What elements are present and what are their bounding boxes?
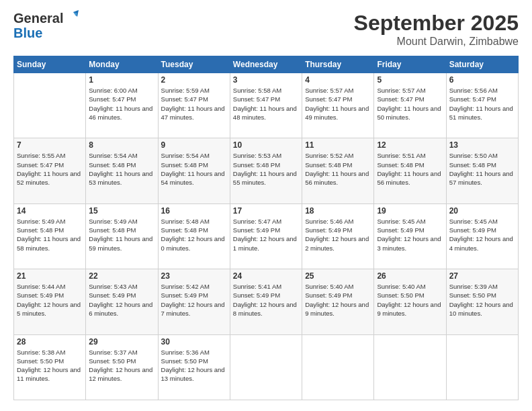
sunset-text: Sunset: 5:47 PM	[17, 161, 64, 169]
day-info: Sunrise: 5:53 AM Sunset: 5:48 PM Dayligh…	[233, 151, 299, 187]
day-info: Sunrise: 5:43 AM Sunset: 5:49 PM Dayligh…	[89, 282, 154, 318]
sunrise-text: Sunrise: 5:50 AM	[449, 152, 498, 159]
table-cell: 11 Sunrise: 5:52 AM Sunset: 5:48 PM Dayl…	[302, 138, 374, 203]
sunrise-text: Sunrise: 5:59 AM	[161, 87, 210, 94]
sunset-text: Sunset: 5:49 PM	[233, 226, 280, 234]
day-info: Sunrise: 5:52 AM Sunset: 5:48 PM Dayligh…	[305, 151, 371, 187]
day-number: 16	[161, 206, 227, 216]
header-monday: Monday	[86, 56, 158, 73]
table-cell: 2 Sunrise: 5:59 AM Sunset: 5:47 PM Dayli…	[158, 73, 230, 138]
day-info: Sunrise: 5:36 AM Sunset: 5:50 PM Dayligh…	[161, 348, 227, 383]
sunset-text: Sunset: 5:49 PM	[377, 226, 424, 234]
logo-general: General	[13, 11, 63, 26]
week-row-1: 7 Sunrise: 5:55 AM Sunset: 5:47 PM Dayli…	[14, 138, 519, 203]
sunrise-text: Sunrise: 5:45 AM	[449, 218, 498, 225]
sunset-text: Sunset: 5:48 PM	[89, 226, 136, 234]
table-cell: 23 Sunrise: 5:42 AM Sunset: 5:49 PM Dayl…	[158, 269, 230, 334]
daylight-text: Daylight: 11 hours and 49 minutes.	[305, 105, 369, 121]
day-number: 30	[161, 337, 227, 347]
daylight-text: Daylight: 11 hours and 52 minutes.	[17, 170, 81, 186]
day-info: Sunrise: 5:41 AM Sunset: 5:49 PM Dayligh…	[233, 282, 299, 318]
day-number: 19	[377, 206, 443, 216]
table-cell: 10 Sunrise: 5:53 AM Sunset: 5:48 PM Dayl…	[230, 138, 302, 203]
day-number: 1	[89, 75, 154, 85]
sunrise-text: Sunrise: 5:42 AM	[161, 283, 210, 290]
day-number: 20	[449, 206, 515, 216]
daylight-text: Daylight: 12 hours and 6 minutes.	[89, 301, 152, 317]
day-number: 24	[233, 271, 299, 281]
daylight-text: Daylight: 12 hours and 12 minutes.	[89, 366, 152, 382]
sunset-text: Sunset: 5:48 PM	[17, 226, 64, 234]
day-info: Sunrise: 5:49 AM Sunset: 5:48 PM Dayligh…	[89, 217, 154, 253]
day-info: Sunrise: 5:42 AM Sunset: 5:49 PM Dayligh…	[161, 282, 227, 318]
title-block: September 2025 Mount Darwin, Zimbabwe	[354, 11, 519, 48]
sunset-text: Sunset: 5:48 PM	[161, 161, 208, 169]
daylight-text: Daylight: 12 hours and 13 minutes.	[161, 366, 225, 382]
sunrise-text: Sunrise: 5:48 AM	[161, 218, 210, 225]
week-row-0: 1 Sunrise: 6:00 AM Sunset: 5:47 PM Dayli…	[14, 73, 519, 138]
table-cell: 24 Sunrise: 5:41 AM Sunset: 5:49 PM Dayl…	[230, 269, 302, 334]
daylight-text: Daylight: 11 hours and 54 minutes.	[161, 170, 225, 186]
sunset-text: Sunset: 5:47 PM	[449, 95, 496, 103]
logo: General Blue	[13, 11, 79, 40]
sunrise-text: Sunrise: 5:56 AM	[449, 87, 498, 94]
sunrise-text: Sunrise: 5:47 AM	[233, 218, 281, 225]
week-row-4: 28 Sunrise: 5:38 AM Sunset: 5:50 PM Dayl…	[14, 334, 519, 400]
day-number: 15	[89, 206, 154, 216]
table-cell: 1 Sunrise: 6:00 AM Sunset: 5:47 PM Dayli…	[86, 73, 158, 138]
header-thursday: Thursday	[302, 56, 374, 73]
table-cell: 9 Sunrise: 5:54 AM Sunset: 5:48 PM Dayli…	[158, 138, 230, 203]
sunset-text: Sunset: 5:48 PM	[233, 161, 280, 169]
header: General Blue September 2025 Mount Darwin…	[13, 11, 519, 48]
day-info: Sunrise: 5:56 AM Sunset: 5:47 PM Dayligh…	[449, 86, 515, 122]
sunset-text: Sunset: 5:49 PM	[17, 291, 64, 299]
sunset-text: Sunset: 5:49 PM	[449, 226, 496, 234]
daylight-text: Daylight: 11 hours and 59 minutes.	[89, 235, 152, 251]
day-info: Sunrise: 5:37 AM Sunset: 5:50 PM Dayligh…	[89, 348, 154, 383]
day-number: 29	[89, 337, 154, 347]
sunrise-text: Sunrise: 5:54 AM	[161, 152, 210, 159]
table-cell: 5 Sunrise: 5:57 AM Sunset: 5:47 PM Dayli…	[374, 73, 446, 138]
day-number: 27	[449, 271, 515, 281]
table-cell: 3 Sunrise: 5:58 AM Sunset: 5:47 PM Dayli…	[230, 73, 302, 138]
sunrise-text: Sunrise: 5:39 AM	[449, 283, 498, 290]
day-number: 25	[305, 271, 371, 281]
day-number: 10	[233, 140, 299, 150]
sunrise-text: Sunrise: 6:00 AM	[89, 87, 137, 94]
table-cell: 19 Sunrise: 5:45 AM Sunset: 5:49 PM Dayl…	[374, 203, 446, 269]
day-info: Sunrise: 5:40 AM Sunset: 5:50 PM Dayligh…	[377, 282, 443, 318]
calendar-table: Sunday Monday Tuesday Wednesday Thursday…	[13, 56, 519, 400]
month-title: September 2025	[354, 11, 519, 36]
table-cell: 29 Sunrise: 5:37 AM Sunset: 5:50 PM Dayl…	[86, 334, 158, 400]
weekday-header-row: Sunday Monday Tuesday Wednesday Thursday…	[14, 56, 519, 73]
day-number: 7	[17, 140, 83, 150]
table-cell: 25 Sunrise: 5:40 AM Sunset: 5:49 PM Dayl…	[302, 269, 374, 334]
table-cell	[230, 334, 302, 400]
sunset-text: Sunset: 5:47 PM	[89, 95, 136, 103]
daylight-text: Daylight: 12 hours and 1 minute.	[233, 235, 297, 251]
day-info: Sunrise: 5:54 AM Sunset: 5:48 PM Dayligh…	[89, 151, 154, 187]
day-number: 5	[377, 75, 443, 85]
day-number: 28	[17, 337, 83, 347]
sunrise-text: Sunrise: 5:38 AM	[17, 349, 65, 356]
table-cell	[14, 73, 86, 138]
header-tuesday: Tuesday	[158, 56, 230, 73]
sunrise-text: Sunrise: 5:45 AM	[377, 218, 425, 225]
day-number: 12	[377, 140, 443, 150]
sunset-text: Sunset: 5:47 PM	[305, 95, 352, 103]
sunrise-text: Sunrise: 5:49 AM	[89, 218, 137, 225]
sunrise-text: Sunrise: 5:44 AM	[17, 283, 65, 290]
day-info: Sunrise: 5:40 AM Sunset: 5:49 PM Dayligh…	[305, 282, 371, 318]
table-cell: 14 Sunrise: 5:49 AM Sunset: 5:48 PM Dayl…	[14, 203, 86, 269]
day-number: 9	[161, 140, 227, 150]
day-info: Sunrise: 5:39 AM Sunset: 5:50 PM Dayligh…	[449, 282, 515, 318]
daylight-text: Daylight: 11 hours and 50 minutes.	[377, 105, 441, 121]
day-info: Sunrise: 5:59 AM Sunset: 5:47 PM Dayligh…	[161, 86, 227, 122]
day-number: 4	[305, 75, 371, 85]
day-number: 22	[89, 271, 154, 281]
table-cell: 28 Sunrise: 5:38 AM Sunset: 5:50 PM Dayl…	[14, 334, 86, 400]
daylight-text: Daylight: 11 hours and 53 minutes.	[89, 170, 152, 186]
sunset-text: Sunset: 5:49 PM	[89, 291, 136, 299]
daylight-text: Daylight: 12 hours and 4 minutes.	[449, 235, 513, 251]
sunrise-text: Sunrise: 5:57 AM	[377, 87, 425, 94]
